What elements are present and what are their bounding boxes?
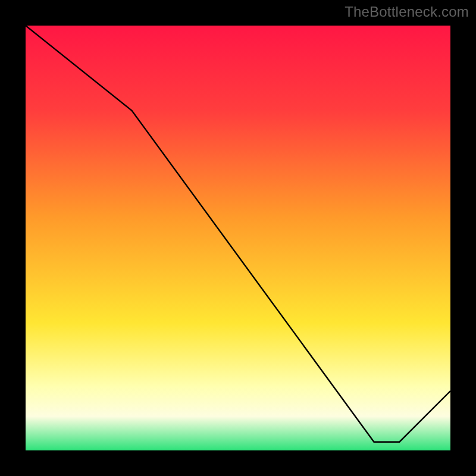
- chart-canvas: TheBottleneck.com: [0, 0, 476, 476]
- watermark-text: TheBottleneck.com: [345, 4, 469, 20]
- bottleneck-curve: [26, 26, 450, 450]
- plot-frame: [24, 24, 452, 452]
